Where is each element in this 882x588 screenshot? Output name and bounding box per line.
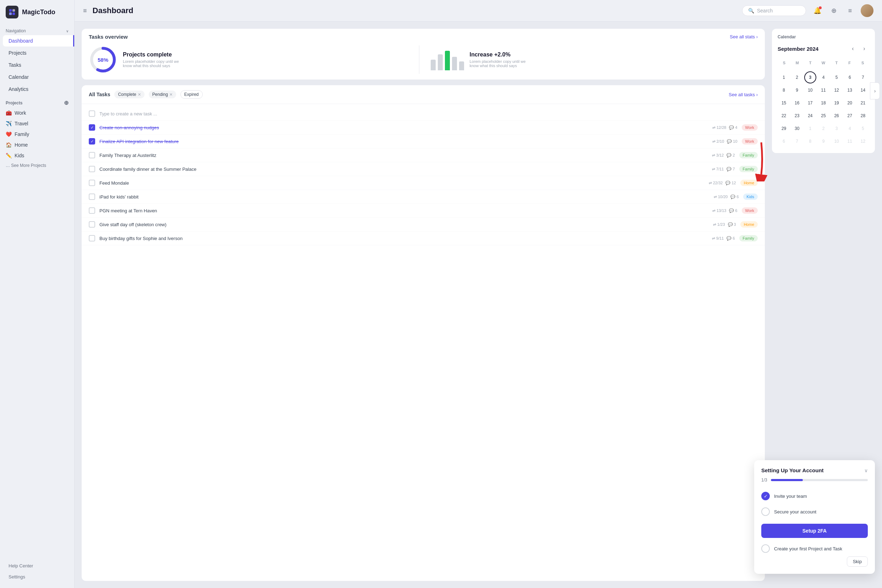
task-tag[interactable]: Kids xyxy=(743,194,758,200)
task-checkbox[interactable] xyxy=(89,221,95,228)
see-all-stats-link[interactable]: See all stats › xyxy=(730,34,758,39)
logo[interactable]: MagicTodo xyxy=(0,6,74,26)
setup-2fa-button[interactable]: Setup 2FA xyxy=(761,524,868,538)
task-row[interactable]: PGN meeting at Tern Haven⇌ 13/13💬 6Work xyxy=(82,204,765,218)
calendar-next-button[interactable]: › xyxy=(859,44,869,54)
calendar-prev-button[interactable]: ‹ xyxy=(848,44,858,54)
calendar-day-cell[interactable]: 19 xyxy=(831,97,843,109)
calendar-day-cell[interactable]: 29 xyxy=(778,123,790,135)
calendar-day-cell[interactable]: 2 xyxy=(791,71,803,84)
calendar-day-cell[interactable]: 11 xyxy=(818,84,830,96)
task-row[interactable]: Give staff day off (skeleton crew)⇌ 1/23… xyxy=(82,218,765,231)
calendar-day-cell[interactable]: 4 xyxy=(844,123,856,135)
calendar-day-cell[interactable]: 22 xyxy=(778,110,790,122)
task-row[interactable]: Feed Mondale⇌ 22/32💬 12Home xyxy=(82,176,765,190)
calendar-day-cell[interactable]: 8 xyxy=(804,135,816,147)
add-project-icon[interactable]: ⊕ xyxy=(64,99,69,106)
task-checkbox[interactable] xyxy=(89,180,95,186)
calendar-day-cell[interactable]: 10 xyxy=(804,84,816,96)
filter-pending[interactable]: Pending ✕ xyxy=(149,90,176,98)
task-checkbox[interactable] xyxy=(89,166,95,172)
project-item-work[interactable]: 🧰 Work xyxy=(0,108,74,118)
new-task-row[interactable]: Type to create a new task ... xyxy=(82,107,765,121)
task-checkbox[interactable] xyxy=(89,235,95,242)
filter-pending-remove[interactable]: ✕ xyxy=(170,92,172,97)
calendar-day-cell[interactable]: 1 xyxy=(778,71,790,84)
calendar-day-cell[interactable]: 23 xyxy=(791,110,803,122)
sidebar-item-analytics[interactable]: Analytics xyxy=(3,84,71,95)
task-tag[interactable]: Family xyxy=(739,166,758,172)
new-task-input[interactable]: Type to create a new task ... xyxy=(99,111,758,117)
task-row[interactable]: Buy birthday gifts for Sophie and Iverso… xyxy=(82,231,765,245)
calendar-day-cell[interactable]: 20 xyxy=(844,97,856,109)
setup-popup-chevron[interactable]: ∨ xyxy=(864,468,868,473)
task-checkbox[interactable] xyxy=(89,138,95,144)
filter-icon[interactable]: ≡ xyxy=(844,5,856,16)
calendar-day-cell[interactable]: 5 xyxy=(831,71,843,84)
calendar-day-cell[interactable]: 6 xyxy=(778,135,790,147)
filter-complete[interactable]: Complete ✕ xyxy=(114,90,144,98)
see-more-projects[interactable]: … See More Projects xyxy=(0,161,74,170)
calendar-day-cell[interactable]: 3 xyxy=(831,123,843,135)
navigation-chevron[interactable]: ∨ xyxy=(66,29,69,33)
calendar-day-cell[interactable]: 26 xyxy=(831,110,843,122)
task-tag[interactable]: Work xyxy=(742,207,758,214)
task-checkbox[interactable] xyxy=(89,194,95,200)
new-task-checkbox[interactable] xyxy=(89,110,95,117)
menu-icon[interactable]: ≡ xyxy=(83,7,87,15)
task-tag[interactable]: Home xyxy=(740,221,758,228)
project-item-kids[interactable]: ✏️ Kids xyxy=(0,150,74,161)
task-tag[interactable]: Family xyxy=(739,152,758,158)
collapse-button[interactable]: › xyxy=(870,82,880,99)
skip-button[interactable]: Skip xyxy=(847,556,868,567)
calendar-day-cell[interactable]: 12 xyxy=(831,84,843,96)
task-tag[interactable]: Family xyxy=(739,235,758,242)
calendar-day-cell[interactable]: 24 xyxy=(804,110,816,122)
task-tag[interactable]: Work xyxy=(742,124,758,130)
project-item-family[interactable]: ❤️ Family xyxy=(0,129,74,140)
calendar-day-cell[interactable]: 9 xyxy=(818,135,830,147)
calendar-day-cell[interactable]: 1 xyxy=(804,123,816,135)
calendar-day-cell[interactable]: 8 xyxy=(778,84,790,96)
sidebar-item-projects[interactable]: Projects xyxy=(3,47,71,58)
see-all-tasks-link[interactable]: See all tasks › xyxy=(729,92,758,97)
task-row[interactable]: Create non-annoying nudges⇌ 12/28💬 4Work xyxy=(82,121,765,135)
calendar-day-cell[interactable]: 15 xyxy=(778,97,790,109)
calendar-day-cell[interactable]: 2 xyxy=(818,123,830,135)
sidebar-item-dashboard[interactable]: Dashboard xyxy=(3,35,74,46)
task-row[interactable]: iPad for kids' rabbit⇌ 10/20💬 6Kids xyxy=(82,190,765,204)
task-tag[interactable]: Work xyxy=(742,138,758,144)
calendar-day-cell[interactable]: 6 xyxy=(844,71,856,84)
calendar-day-cell[interactable]: 27 xyxy=(844,110,856,122)
task-row[interactable]: Family Therapy at Austerlitz⇌ 3/12💬 2Fam… xyxy=(82,148,765,162)
sidebar-item-tasks[interactable]: Tasks xyxy=(3,59,71,70)
calendar-day-cell[interactable]: 16 xyxy=(791,97,803,109)
task-row[interactable]: Finalize API integration for new feature… xyxy=(82,135,765,148)
filter-expired[interactable]: Expired xyxy=(180,90,203,99)
help-center-link[interactable]: Help Center xyxy=(3,560,71,571)
user-avatar[interactable] xyxy=(861,4,873,17)
calendar-day-cell[interactable]: 3 xyxy=(804,71,816,84)
search-bar[interactable]: 🔍 Search xyxy=(742,5,806,16)
calendar-day-cell[interactable]: 30 xyxy=(791,123,803,135)
calendar-day-cell[interactable]: 10 xyxy=(831,135,843,147)
calendar-day-cell[interactable]: 25 xyxy=(818,110,830,122)
calendar-day-cell[interactable]: 9 xyxy=(791,84,803,96)
calendar-day-cell[interactable]: 18 xyxy=(818,97,830,109)
settings-link[interactable]: Settings xyxy=(3,571,71,582)
calendar-day-cell[interactable]: 12 xyxy=(857,135,869,147)
task-checkbox[interactable] xyxy=(89,207,95,214)
calendar-day-cell[interactable]: 7 xyxy=(791,135,803,147)
calendar-day-cell[interactable]: 21 xyxy=(857,97,869,109)
task-checkbox[interactable] xyxy=(89,124,95,130)
add-button[interactable]: ⊕ xyxy=(828,5,839,16)
sidebar-item-calendar[interactable]: Calendar xyxy=(3,71,71,83)
calendar-day-cell[interactable]: 17 xyxy=(804,97,816,109)
calendar-day-cell[interactable]: 4 xyxy=(818,71,830,84)
calendar-day-cell[interactable]: 7 xyxy=(857,71,869,84)
calendar-day-cell[interactable]: 11 xyxy=(844,135,856,147)
task-tag[interactable]: Home xyxy=(740,180,758,186)
project-item-travel[interactable]: ✈️ Travel xyxy=(0,118,74,129)
calendar-day-cell[interactable]: 28 xyxy=(857,110,869,122)
calendar-day-cell[interactable]: 14 xyxy=(857,84,869,96)
